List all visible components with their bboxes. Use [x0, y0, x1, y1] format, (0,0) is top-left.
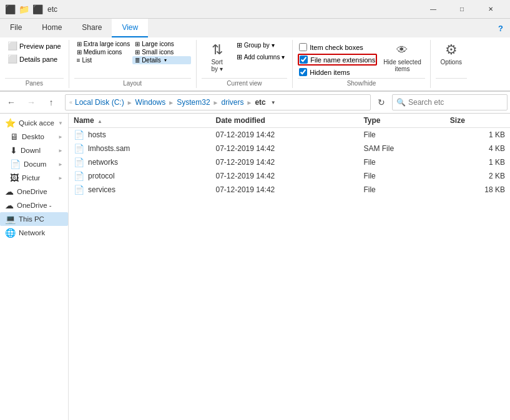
network-icon: 🌐 [5, 228, 16, 238]
file-type: File [358, 155, 444, 169]
tab-home[interactable]: Home [32, 19, 72, 37]
large-icon: ⊞ [135, 41, 140, 47]
address-current: etc [255, 98, 265, 107]
file-name-extensions-checkbox[interactable] [300, 56, 308, 64]
file-icon: 📄 [74, 130, 84, 140]
table-row[interactable]: 📄 protocol 07-12-2019 14:42 File 2 KB [69, 169, 510, 183]
sidebar-item-this-pc[interactable]: 💻 This PC [0, 212, 68, 226]
address-sep-4: ► [246, 99, 252, 106]
table-row[interactable]: 📄 services 07-12-2019 14:42 File 18 KB [69, 183, 510, 197]
ribbon: File Home Share View ? ⬜ Preview pane ⬜ … [0, 19, 510, 92]
desktop-icon: 🖥 [10, 132, 19, 142]
hidden-items-checkbox[interactable] [299, 68, 307, 76]
options-label: Options [441, 59, 462, 66]
file-name-cell: 📄 services [69, 183, 211, 197]
file-name: hosts [88, 130, 106, 139]
address-windows[interactable]: Windows [135, 98, 166, 107]
file-type: File [358, 183, 444, 197]
details-pane-button[interactable]: ⬜ Details pane [5, 53, 64, 65]
hidden-items-toggle[interactable]: Hidden items [298, 67, 377, 77]
help-button[interactable]: ? [491, 19, 510, 37]
sidebar-item-downloads[interactable]: ⬇ Downl ► [0, 144, 68, 157]
hide-selected-icon: 👁 [396, 41, 408, 59]
ribbon-group-current-view: ⇅ Sortby ▾ ⊞ Group by ▾ ⊞ Add columns ▾ … [197, 40, 293, 88]
group-by-label: Group by ▾ [244, 42, 275, 49]
file-icon: 📄 [74, 144, 84, 154]
ribbon-group-panes: ⬜ Preview pane ⬜ Details pane Panes [0, 40, 69, 88]
column-header-size[interactable]: Size [445, 114, 510, 128]
file-name: lmhosts.sam [88, 144, 130, 153]
address-system32[interactable]: System32 [177, 98, 210, 107]
sidebar-item-desktop[interactable]: 🖥 Deskto ► [0, 130, 68, 144]
file-name-cell: 📄 networks [69, 155, 211, 169]
window-title: etc [47, 5, 57, 14]
table-row[interactable]: 📄 networks 07-12-2019 14:42 File 1 KB [69, 155, 510, 169]
layout-list[interactable]: ≡ List [74, 56, 132, 64]
file-table: Name ▲ Date modified Type Size 📄 hosts 0… [69, 114, 510, 197]
forward-button[interactable]: → [22, 94, 40, 111]
file-size: 1 KB [445, 155, 510, 169]
item-check-boxes-checkbox[interactable] [299, 43, 307, 51]
maximize-button[interactable]: □ [448, 0, 476, 19]
sort-by-button[interactable]: ⇅ Sortby ▾ [202, 40, 233, 74]
address-dropdown-icon[interactable]: ▼ [271, 100, 276, 105]
close-button[interactable]: ✕ [476, 0, 505, 19]
window-icon-forward: 📁 [19, 4, 29, 14]
medium-icon: ⊞ [77, 49, 82, 56]
layout-small[interactable]: ⊞ Small icons [132, 48, 190, 56]
sidebar-item-documents[interactable]: 📄 Docum ► [0, 157, 68, 171]
sort-arrow-name: ▲ [97, 119, 102, 124]
tab-file[interactable]: File [0, 19, 32, 37]
add-columns-button[interactable]: ⊞ Add columns ▾ [234, 52, 288, 62]
column-header-date[interactable]: Date modified [211, 114, 359, 128]
sidebar-item-network[interactable]: 🌐 Network [0, 226, 68, 240]
table-row[interactable]: 📄 lmhosts.sam 07-12-2019 14:42 SAM File … [69, 142, 510, 155]
title-controls: — □ ✕ [419, 0, 505, 19]
tab-view[interactable]: View [112, 19, 148, 37]
quick-access-expand-icon: ▼ [58, 120, 63, 126]
sidebar-item-onedrive2[interactable]: ☁ OneDrive - [0, 198, 68, 212]
address-sep-2: ► [168, 99, 174, 106]
sidebar-item-quick-access[interactable]: ⭐ Quick acce ▼ [0, 116, 68, 130]
search-box[interactable]: 🔍 [392, 94, 508, 110]
hidden-items-label: Hidden items [310, 69, 350, 76]
details-dropdown-icon: ▾ [164, 57, 167, 63]
file-name-cell: 📄 lmhosts.sam [69, 142, 211, 155]
tab-share[interactable]: Share [72, 19, 112, 37]
refresh-button[interactable]: ↻ [373, 94, 390, 110]
pictures-icon: 🖼 [10, 173, 19, 183]
layout-medium[interactable]: ⊞ Medium icons [74, 48, 132, 56]
item-check-boxes-toggle[interactable]: Item check boxes [298, 42, 377, 52]
search-input[interactable] [408, 98, 503, 107]
sidebar-item-pictures[interactable]: 🖼 Pictur ► [0, 171, 68, 185]
column-header-type[interactable]: Type [358, 114, 444, 128]
address-local-disk[interactable]: Local Disk (C:) [75, 98, 124, 107]
table-row[interactable]: 📄 hosts 07-12-2019 14:42 File 1 KB [69, 128, 510, 142]
layout-details[interactable]: ≣ Details ▾ [132, 56, 190, 64]
sidebar-item-onedrive1[interactable]: ☁ OneDrive [0, 185, 68, 198]
main-layout: ⭐ Quick acce ▼ 🖥 Deskto ► ⬇ Downl ► 📄 Do… [0, 114, 510, 420]
column-header-name[interactable]: Name ▲ [69, 114, 211, 128]
address-drivers[interactable]: drivers [221, 98, 243, 107]
details-pane-icon: ⬜ [7, 54, 17, 64]
title-bar: ⬛ 📁 ⬛ etc — □ ✕ [0, 0, 510, 19]
add-columns-label: Add columns ▾ [244, 54, 285, 61]
layout-large[interactable]: ⊞ Large icons [132, 40, 190, 48]
documents-expand-icon: ► [58, 162, 63, 167]
address-separator-0: « [69, 99, 72, 105]
up-button[interactable]: ↑ [42, 94, 60, 111]
sidebar: ⭐ Quick acce ▼ 🖥 Deskto ► ⬇ Downl ► 📄 Do… [0, 114, 69, 420]
layout-extra-large[interactable]: ⊞ Extra large icons [74, 40, 132, 48]
address-bar[interactable]: « Local Disk (C:) ► Windows ► System32 ►… [65, 94, 371, 110]
back-button[interactable]: ← [2, 94, 20, 111]
hide-selected-button[interactable]: 👁 Hide selecteditems [380, 40, 425, 74]
minimize-button[interactable]: — [419, 0, 448, 19]
file-name-extensions-toggle[interactable]: File name extensions [298, 54, 377, 66]
current-view-group-label: Current view [202, 78, 288, 88]
sort-by-icon: ⇅ [212, 41, 223, 59]
options-button[interactable]: ⚙ Options [436, 40, 467, 67]
preview-pane-button[interactable]: ⬜ Preview pane [5, 40, 64, 52]
address-sep-1: ► [127, 99, 133, 106]
quick-access-icon: ⭐ [5, 118, 16, 128]
group-by-button[interactable]: ⊞ Group by ▾ [234, 40, 288, 51]
